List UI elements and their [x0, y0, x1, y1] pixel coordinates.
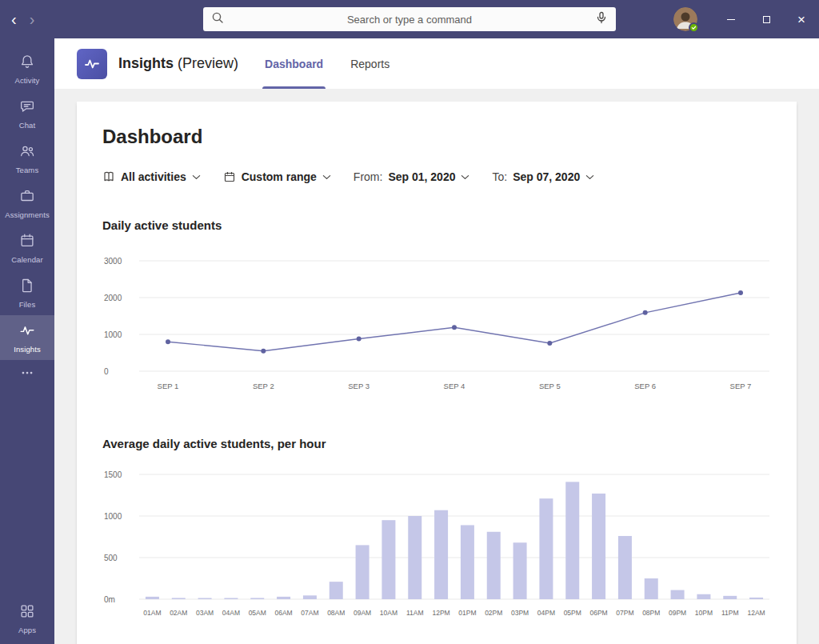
svg-text:3000: 3000 [104, 257, 122, 266]
dashboard-card: Dashboard All activities [77, 102, 797, 644]
sidebar-item-activity[interactable]: Activity [0, 46, 54, 91]
insights-app-logo [77, 49, 107, 79]
svg-text:02AM: 02AM [170, 609, 187, 617]
app-title-name: Insights [118, 55, 174, 71]
svg-text:SEP 3: SEP 3 [348, 382, 370, 390]
svg-text:SEP 6: SEP 6 [634, 382, 656, 390]
daily-active-students-line-chart: 0100020003000SEP 1SEP 2SEP 3SEP 4SEP 5SE… [102, 245, 771, 400]
close-button[interactable]: × [784, 0, 819, 38]
hourly-active-students-bar-chart: 0m5001000150001AM02AM03AM04AM05AM06AM07A… [102, 463, 771, 628]
daily-active-students-section: Daily active students 0100020003000SEP 1… [102, 218, 771, 400]
app-tabs: Dashboard Reports [262, 38, 414, 89]
svg-text:1000: 1000 [104, 512, 122, 521]
sidebar-item-assignments[interactable]: Assignments [0, 181, 54, 226]
sidebar-item-label: Files [19, 300, 36, 309]
svg-text:SEP 1: SEP 1 [158, 382, 179, 390]
content-area: Dashboard All activities [54, 89, 819, 644]
search-input[interactable] [224, 14, 595, 26]
title-bar-right: × [673, 0, 819, 38]
chevron-down-icon [461, 174, 469, 180]
files-icon [18, 277, 36, 298]
forward-button[interactable]: › [30, 11, 35, 27]
from-date-value: Sep 01, 2020 [388, 170, 455, 183]
chevron-down-icon [192, 174, 201, 180]
svg-text:SEP 2: SEP 2 [253, 382, 274, 390]
command-search-box[interactable] [203, 7, 616, 31]
svg-text:10AM: 10AM [380, 609, 398, 617]
svg-text:09AM: 09AM [354, 609, 371, 617]
calendar-icon [18, 232, 36, 253]
to-date-value: Sep 07, 2020 [513, 170, 580, 183]
sidebar-item-teams[interactable]: Teams [0, 136, 54, 181]
svg-text:07PM: 07PM [616, 609, 633, 617]
sidebar-item-label: Apps [18, 626, 36, 634]
date-range-filter-dropdown[interactable]: Custom range [223, 170, 331, 183]
sidebar-item-calendar[interactable]: Calendar [0, 226, 54, 270]
svg-text:11PM: 11PM [721, 609, 739, 617]
assignments-briefcase-icon [18, 187, 36, 208]
sidebar-item-insights[interactable]: Insights [0, 315, 54, 360]
calendar-range-icon [223, 170, 236, 183]
sidebar-item-files[interactable]: Files [0, 270, 54, 315]
svg-text:1000: 1000 [104, 330, 122, 339]
svg-text:02PM: 02PM [485, 609, 502, 617]
sidebar-item-label: Assignments [5, 210, 49, 219]
sidebar-item-label: Calendar [11, 255, 42, 264]
svg-text:08PM: 08PM [642, 609, 660, 617]
bar-chart-title: Average daily active students, per hour [102, 437, 771, 450]
tab-label: Dashboard [265, 58, 323, 70]
to-label: To: [492, 170, 507, 183]
tab-label: Reports [350, 58, 390, 70]
teams-people-icon [18, 142, 36, 163]
activity-bell-icon [18, 53, 36, 74]
svg-text:05PM: 05PM [564, 609, 581, 617]
apps-grid-icon [18, 602, 36, 623]
hourly-active-students-section: Average daily active students, per hour … [102, 437, 771, 628]
activities-book-icon [102, 170, 115, 183]
app-sidebar: Activity Chat Teams Assignments [0, 38, 54, 644]
svg-text:06AM: 06AM [274, 609, 292, 617]
insights-pulse-icon [18, 322, 36, 342]
tab-dashboard[interactable]: Dashboard [262, 38, 326, 89]
more-ellipsis-icon [18, 364, 36, 385]
sidebar-item-apps[interactable]: Apps [0, 596, 54, 641]
svg-text:SEP 5: SEP 5 [539, 382, 561, 390]
svg-text:05AM: 05AM [249, 609, 266, 617]
minimize-button[interactable] [713, 0, 749, 38]
back-button[interactable]: ‹ [11, 11, 17, 27]
svg-text:03PM: 03PM [511, 609, 529, 617]
svg-text:04PM: 04PM [537, 609, 555, 617]
svg-text:SEP 4: SEP 4 [444, 382, 465, 390]
svg-text:11AM: 11AM [406, 609, 424, 617]
sidebar-item-chat[interactable]: Chat [0, 91, 54, 136]
from-date-dropdown[interactable]: From: Sep 01, 2020 [354, 170, 470, 183]
maximize-button[interactable] [749, 0, 784, 38]
sidebar-item-label: Teams [16, 166, 38, 174]
insights-pulse-icon [82, 54, 102, 74]
insights-app-header: Insights (Preview) Dashboard Reports [54, 38, 819, 89]
svg-text:0: 0 [104, 367, 109, 376]
svg-text:06PM: 06PM [589, 609, 607, 617]
svg-text:08AM: 08AM [327, 609, 345, 617]
svg-text:12AM: 12AM [747, 609, 765, 617]
svg-text:0m: 0m [104, 595, 115, 604]
to-date-dropdown[interactable]: To: Sep 07, 2020 [492, 170, 594, 183]
svg-text:07AM: 07AM [301, 609, 318, 617]
tab-reports[interactable]: Reports [348, 38, 392, 89]
main-area: Insights (Preview) Dashboard Reports Das… [54, 38, 819, 644]
svg-text:500: 500 [104, 554, 118, 562]
sidebar-item-more[interactable] [0, 360, 54, 390]
chevron-down-icon [585, 174, 594, 180]
microphone-icon[interactable] [595, 11, 608, 27]
svg-text:1500: 1500 [104, 470, 122, 479]
activities-filter-value: All activities [121, 170, 186, 183]
date-range-filter-value: Custom range [242, 170, 317, 183]
sidebar-item-label: Activity [15, 76, 40, 85]
avatar[interactable] [673, 7, 697, 31]
activities-filter-dropdown[interactable]: All activities [102, 170, 201, 183]
chat-icon [18, 98, 36, 118]
search-icon [211, 11, 224, 27]
svg-text:2000: 2000 [104, 294, 122, 302]
svg-text:12PM: 12PM [432, 609, 449, 617]
teams-window: ‹ › × [0, 0, 819, 644]
